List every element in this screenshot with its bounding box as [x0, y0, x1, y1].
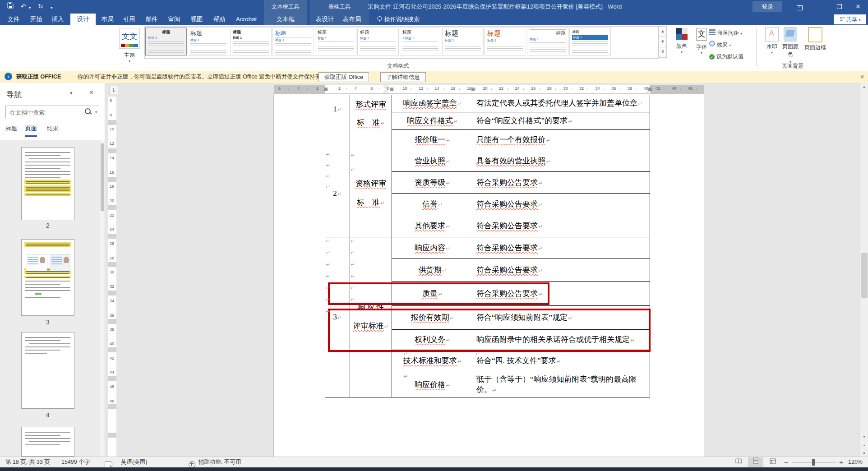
- nav-pane-close-icon[interactable]: ×: [89, 88, 93, 97]
- criteria-item-cell[interactable]: 响应函签字盖章↵: [392, 95, 473, 112]
- criteria-item-cell[interactable]: 其他要求↵: [392, 215, 473, 237]
- nav-scrollbar[interactable]: [100, 140, 105, 457]
- criteria-requirement-cell[interactable]: 符合采购公告要求↵: [473, 215, 650, 237]
- scroll-up-icon[interactable]: ▲: [860, 83, 868, 91]
- horizontal-ruler[interactable]: 6ı4ı2ı2ı4ı6ı8ı10ı12ı14ı16ı18ı20ı22ı24ı26…: [274, 85, 704, 94]
- criteria-requirement-cell[interactable]: 符合采购公告要求↵: [473, 171, 650, 193]
- close-button[interactable]: ✕: [848, 0, 868, 14]
- gallery-down-icon[interactable]: ▼: [659, 37, 667, 47]
- criteria-item-cell[interactable]: 响应内容↵: [392, 237, 473, 259]
- criteria-item-cell[interactable]: 供货期↵: [392, 259, 473, 281]
- table-column-marker[interactable]: ▦: [471, 87, 475, 91]
- tab-view[interactable]: 视图: [189, 14, 205, 25]
- page-thumbnail-5[interactable]: [21, 427, 74, 457]
- page-border-button[interactable]: 页面边框: [804, 27, 826, 67]
- page-color-button[interactable]: 页面颜色 ▾: [780, 27, 801, 67]
- next-page-icon[interactable]: ▼▼: [860, 449, 868, 457]
- style-set-card[interactable]: 标题标题 1: [442, 28, 484, 55]
- nav-tab-results[interactable]: 结果: [47, 125, 59, 135]
- get-genuine-office-button[interactable]: 获取正版 Office: [319, 72, 369, 82]
- print-layout-button[interactable]: [748, 457, 763, 467]
- style-set-card[interactable]: 标题标题 1: [315, 28, 356, 55]
- language-indicator[interactable]: 英语(美国): [121, 457, 147, 467]
- tab-mailings[interactable]: 邮件: [143, 14, 160, 25]
- tab-references[interactable]: 引用: [121, 14, 137, 25]
- restore-button[interactable]: [829, 0, 849, 14]
- scrollbar-thumb[interactable]: [861, 253, 868, 298]
- criteria-item-cell[interactable]: 营业执照↵: [392, 150, 473, 171]
- style-set-card[interactable]: 标题1 标题 1: [400, 28, 441, 55]
- zoom-out-button[interactable]: −: [784, 457, 788, 467]
- paragraph-spacing-button[interactable]: 段落间距 ▾: [709, 28, 754, 38]
- nav-search-box[interactable]: ▾: [5, 106, 99, 118]
- undo-dropdown-icon[interactable]: ▾: [29, 4, 31, 12]
- tab-home[interactable]: 开始: [28, 14, 44, 25]
- search-icon[interactable]: [85, 108, 91, 114]
- set-default-button[interactable]: ✓设为默认值: [709, 51, 754, 61]
- criteria-requirement-cell[interactable]: 符合采购公告要求↵: [473, 237, 650, 259]
- undo-icon[interactable]: ↶: [21, 2, 26, 10]
- style-set-card[interactable]: 标题标题 1: [485, 28, 526, 55]
- table-row[interactable]: 3↵ 响 应 性 评审标准↵ 响应内容↵ 符合采购公告要求↵: [325, 237, 650, 259]
- effects-button[interactable]: 效果 ▾: [709, 40, 754, 50]
- tab-acrobat[interactable]: Acrobat: [233, 14, 260, 25]
- tab-design[interactable]: 设计: [70, 14, 96, 25]
- zoom-slider-thumb[interactable]: [812, 459, 815, 466]
- share-button[interactable]: 共享 ▾: [834, 14, 866, 24]
- indent-marker[interactable]: [647, 90, 651, 93]
- nav-tab-headings[interactable]: 标题: [5, 125, 17, 135]
- tell-me-search[interactable]: 操作说明搜索: [377, 14, 420, 25]
- tab-layout[interactable]: 布局: [99, 14, 115, 25]
- document-scrollbar[interactable]: ▲ ▼ ▲▲ ▼▼: [859, 83, 868, 457]
- previous-page-icon[interactable]: ▲▲: [860, 441, 868, 449]
- tab-help[interactable]: 帮助: [211, 14, 227, 25]
- section-label-cell[interactable]: 资格评审 标 准↵: [350, 150, 392, 237]
- document-page[interactable]: 1↵ 形式评审 标 准↵ 响应函签字盖章↵ 有法定代表人或其委托代理人签字并加盖…: [274, 94, 704, 457]
- criteria-requirement-cell[interactable]: 有法定代表人或其委托代理人签字并加盖单位章↵: [473, 95, 650, 112]
- tab-table-design[interactable]: 表设计: [313, 14, 337, 25]
- gallery-up-icon[interactable]: ▲: [659, 26, 667, 37]
- web-layout-button[interactable]: [765, 457, 780, 467]
- criteria-requirement-cell[interactable]: 符合采购公告要求↵: [473, 193, 650, 215]
- page-thumbnail-2[interactable]: [21, 147, 74, 220]
- criteria-item-cell[interactable]: 报价唯一↵: [392, 129, 473, 150]
- table-row[interactable]: 1↵ 形式评审 标 准↵ 响应函签字盖章↵ 有法定代表人或其委托代理人签字并加盖…: [325, 95, 650, 112]
- page-thumbnail-4[interactable]: [21, 332, 74, 409]
- zoom-level[interactable]: 120%: [848, 457, 863, 467]
- save-icon[interactable]: [7, 2, 14, 10]
- table-column-marker[interactable]: ▦: [390, 87, 394, 91]
- criteria-requirement-cell[interactable]: 具备有效的营业执照↵: [473, 150, 650, 171]
- colors-button[interactable]: 颜色 ▾: [670, 27, 693, 67]
- themes-button[interactable]: 文文 主题 ▾: [117, 27, 142, 67]
- style-set-gallery[interactable]: 标题标题 1标题标题 1标题标题 1标题标题 1标题标题 1标题标题 1标题1 …: [144, 26, 659, 59]
- accessibility-status[interactable]: 辅助功能: 不可用: [199, 457, 241, 467]
- table-row[interactable]: 2↵ 资格评审 标 准↵ 营业执照↵ 具备有效的营业执照↵: [325, 150, 650, 171]
- tab-insert[interactable]: 插入: [50, 14, 66, 25]
- tab-review[interactable]: 审阅: [166, 14, 182, 25]
- section-number-cell[interactable]: 1↵: [325, 95, 350, 150]
- indent-marker[interactable]: [383, 85, 388, 88]
- indent-marker[interactable]: [383, 90, 388, 93]
- style-set-card[interactable]: 标题标题 1: [527, 28, 568, 55]
- tab-stop-selector[interactable]: L: [110, 86, 118, 94]
- redo-icon[interactable]: ↻: [38, 2, 43, 10]
- style-set-card[interactable]: 标题标题 1: [272, 28, 314, 55]
- gallery-more-icon[interactable]: ⊽: [659, 47, 667, 58]
- style-set-card[interactable]: 标题标题 1: [188, 28, 229, 55]
- criteria-requirement-cell[interactable]: 低于（含等于）“响应须知前附表”载明的最高限价。↵: [473, 372, 650, 397]
- criteria-requirement-cell[interactable]: 符合采购公告要求↵: [473, 259, 650, 281]
- criteria-item-cell[interactable]: 信誉↵: [392, 193, 473, 215]
- vertical-ruler[interactable]: 6810121416182022242628303234363840424446…: [108, 97, 116, 457]
- page-indicator[interactable]: 第 18 页, 共 33 页: [5, 457, 50, 467]
- page-thumbnail-3[interactable]: [21, 239, 74, 316]
- nav-pane-options-icon[interactable]: ▾: [70, 90, 73, 96]
- warning-close-icon[interactable]: ×: [856, 71, 868, 83]
- criteria-item-cell[interactable]: 资质等级↵: [392, 171, 473, 193]
- criteria-requirement-cell[interactable]: 符合“四. 技术文件”要求↵: [473, 350, 650, 372]
- tab-textbox-format[interactable]: 文本框: [269, 14, 302, 25]
- minimize-button[interactable]: —: [809, 0, 829, 14]
- search-dropdown-icon[interactable]: ▾: [95, 110, 97, 114]
- style-set-card[interactable]: 标题标题 1: [357, 28, 399, 55]
- search-input[interactable]: [9, 106, 83, 118]
- tab-file[interactable]: 文件: [5, 14, 22, 25]
